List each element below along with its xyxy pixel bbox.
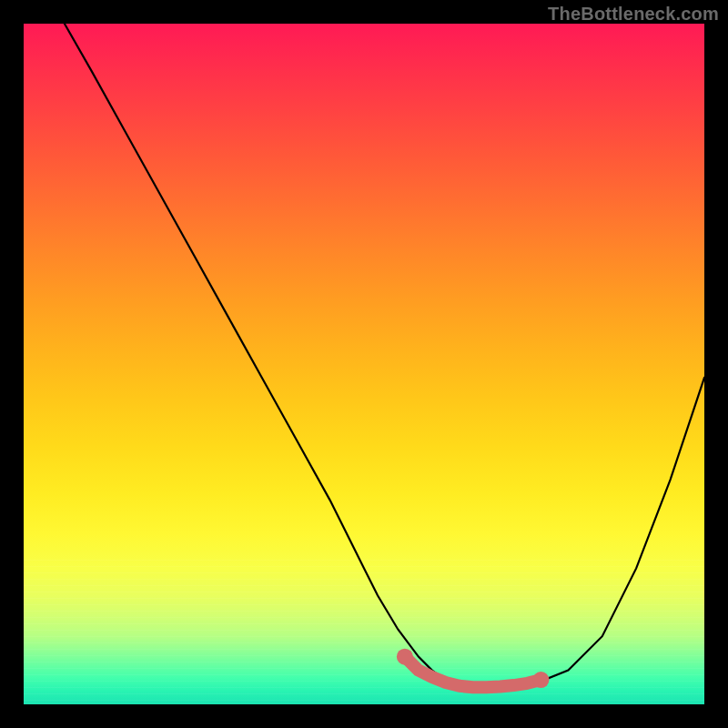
watermark-text: TheBottleneck.com (548, 4, 719, 25)
plot-area (24, 24, 704, 704)
curve-svg (24, 24, 704, 704)
sweet-spot-overlay (405, 657, 541, 688)
overlay-dot-end (532, 672, 549, 688)
bottleneck-curve (65, 24, 704, 687)
chart-stage: TheBottleneck.com (0, 0, 728, 728)
overlay-dot-start (397, 649, 413, 665)
